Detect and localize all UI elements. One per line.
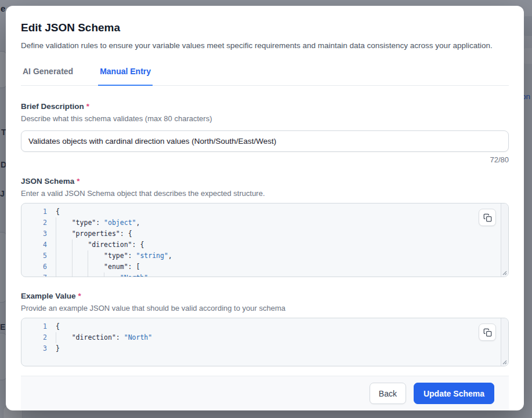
- copy-icon: [483, 328, 492, 337]
- json-schema-editor: 1{2"type": "object",3"properties": {4"di…: [21, 203, 509, 277]
- json-schema-code[interactable]: 1{2"type": "object",3"properties": {4"di…: [21, 203, 508, 277]
- modal-body: Edit JSON Schema Define validation rules…: [6, 6, 524, 410]
- example-value-code[interactable]: 1{2"direction": "North"3}: [21, 318, 508, 354]
- required-asterisk: *: [86, 102, 89, 111]
- required-asterisk: *: [77, 177, 79, 186]
- edit-json-schema-modal: Edit JSON Schema Define validation rules…: [6, 6, 524, 410]
- brief-description-field: Brief Description* Describe what this sc…: [21, 101, 509, 165]
- editor-scrollbar-track[interactable]: [501, 203, 508, 277]
- example-value-label: Example Value*: [21, 291, 509, 301]
- brief-description-label: Brief Description*: [21, 101, 509, 111]
- copy-icon: [483, 213, 492, 222]
- field-label-text: JSON Schema: [21, 177, 74, 186]
- page-background: e T D J E on Edit JSON Schema Define val…: [0, 0, 532, 418]
- brief-description-input[interactable]: [21, 130, 509, 152]
- character-counter: 72/80: [21, 155, 509, 165]
- tab-manual-entry[interactable]: Manual Entry: [98, 66, 153, 86]
- copy-button[interactable]: [479, 209, 496, 226]
- resize-handle-icon[interactable]: [501, 359, 507, 365]
- modal-title: Edit JSON Schema: [21, 21, 509, 35]
- field-label-text: Brief Description: [21, 102, 84, 111]
- json-schema-field: JSON Schema* Enter a valid JSON Schema o…: [21, 176, 509, 277]
- modal-footer: Back Update Schema: [21, 376, 509, 410]
- tab-ai-generated[interactable]: AI Generated: [21, 66, 75, 86]
- example-value-help: Provide an example JSON value that shoul…: [21, 303, 509, 313]
- example-value-editor: 1{2"direction": "North"3}: [21, 318, 509, 366]
- example-value-field: Example Value* Provide an example JSON v…: [21, 291, 509, 366]
- json-schema-help: Enter a valid JSON Schema object that de…: [21, 188, 509, 198]
- copy-button[interactable]: [479, 324, 496, 341]
- brief-description-help: Describe what this schema validates (max…: [21, 114, 509, 123]
- back-button[interactable]: Back: [370, 383, 406, 404]
- tab-bar: AI Generated Manual Entry: [21, 66, 509, 86]
- resize-handle-icon[interactable]: [501, 270, 507, 275]
- update-schema-button[interactable]: Update Schema: [414, 383, 494, 404]
- json-schema-label: JSON Schema*: [21, 176, 509, 186]
- required-asterisk: *: [78, 292, 81, 300]
- field-label-text: Example Value: [21, 292, 76, 300]
- modal-subtitle: Define validation rules to ensure your v…: [21, 40, 509, 51]
